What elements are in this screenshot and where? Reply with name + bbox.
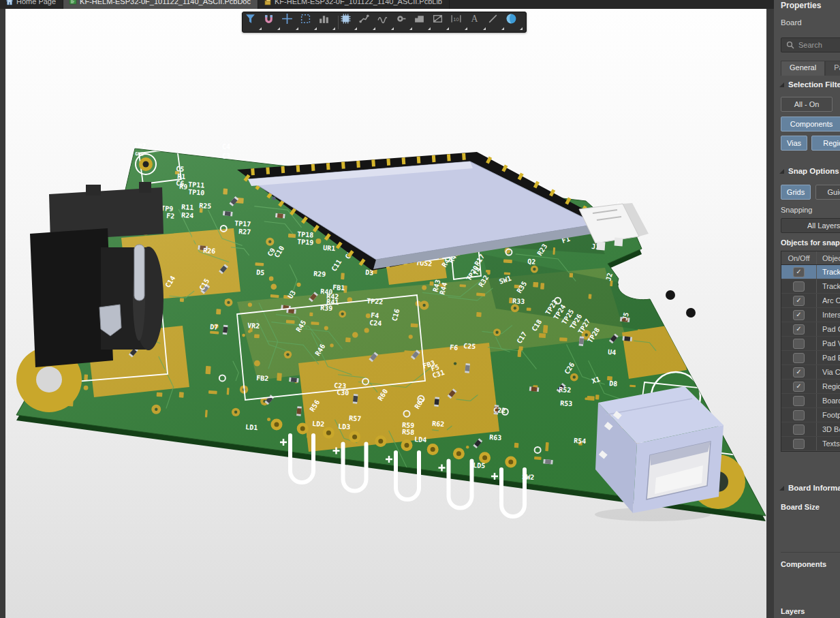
snap-object-label: Texts (817, 439, 840, 448)
snap-object-row[interactable]: ✓Track/ (781, 265, 840, 279)
snap-object-row[interactable]: Pad Ve (781, 337, 840, 351)
selection-box-tool-button[interactable] (300, 13, 318, 31)
onoff-checkbox[interactable]: ✓ (793, 310, 805, 320)
module-pin (356, 161, 360, 168)
silkscreen-label: F2 (166, 212, 175, 220)
snap-grids-button[interactable]: Grids (781, 185, 811, 200)
onoff-checkbox[interactable] (793, 396, 805, 406)
filter-regions-button[interactable]: Regions (811, 136, 840, 151)
snap-object-row[interactable]: Pad Ed (781, 351, 840, 365)
module-pin (266, 167, 270, 174)
room-tool-button[interactable] (432, 13, 450, 31)
panel-tab-strip: General Parameters (781, 61, 840, 76)
onoff-checkbox[interactable]: ✓ (793, 324, 805, 335)
crosshair-tool-button[interactable] (281, 13, 300, 31)
silkscreen-label: R27 (238, 228, 251, 236)
module-pin (462, 153, 466, 160)
snap-object-row[interactable]: ✓Via Ce (781, 365, 840, 380)
silkscreen-label: LD2 (312, 420, 325, 428)
onoff-checkbox[interactable]: ✓ (793, 367, 805, 377)
snap-object-row[interactable]: ✓Pad Ce (781, 322, 840, 337)
column-chart-tool-button[interactable] (318, 13, 337, 31)
module-pin (296, 165, 300, 172)
panel-title: Properties (781, 1, 840, 10)
silkscreen-label: VR2 (247, 322, 260, 330)
silkscreen-label: R53 (560, 399, 573, 407)
collapse-icon (779, 169, 784, 174)
onoff-checkbox[interactable]: ✓ (793, 267, 805, 277)
polygon-icon (414, 13, 425, 25)
dimension-tool-button[interactable]: 10 (450, 13, 469, 31)
altium-window: { "tabs": { "home": "Home Page", "doc": … (0, 0, 840, 618)
snap-object-row[interactable]: Board (781, 394, 840, 408)
pcb-document-icon (69, 0, 77, 5)
line-tool-button[interactable] (487, 13, 505, 31)
snap-object-row[interactable]: Footpr (781, 408, 840, 422)
axis-snap-range-label: Axis Snap Range (774, 465, 840, 474)
filter-components-button[interactable]: Components (781, 117, 840, 132)
route-tool-button[interactable] (358, 13, 377, 31)
section-selection-filter[interactable]: Selection Filter (779, 80, 840, 89)
silkscreen-label: TP22 (367, 297, 384, 306)
magnet-tool-button[interactable] (263, 13, 281, 31)
selection-box-icon (300, 13, 311, 25)
silkscreen-label: D5 (256, 268, 265, 277)
sphere-tool-button[interactable] (505, 13, 524, 31)
module-pin (386, 159, 390, 166)
tab-general[interactable]: General (781, 61, 825, 76)
snap-object-row[interactable]: ✓Region (781, 380, 840, 394)
svg-text:A: A (471, 14, 478, 24)
board-size-density-label: Density (774, 541, 840, 549)
search-icon (786, 41, 794, 49)
tab-pcbdoc[interactable]: KF-HELM-ESP32-0F_101122_1140_ASCII.PcbDo… (63, 0, 258, 9)
snapping-layer-scope-dropdown[interactable]: All Layers (781, 218, 840, 233)
filter-icon (245, 13, 256, 25)
tab-parameters[interactable]: Parameters (825, 61, 840, 76)
tab-pcblib[interactable]: KF-HELM-ESP32-0F_101122_1140_ASCII.PcbLi… (258, 0, 450, 9)
silkscreen-label: FB2 (256, 374, 269, 382)
wave-icon (377, 13, 388, 25)
module-pin (417, 156, 421, 163)
onoff-checkbox[interactable] (793, 424, 805, 435)
filter-all-on-button[interactable]: All - On (781, 97, 833, 112)
onoff-checkbox[interactable] (793, 353, 805, 363)
component-tool-button[interactable] (340, 13, 358, 31)
snap-object-label: Track/ (817, 282, 840, 290)
snap-object-label: Track/ (817, 268, 840, 276)
table-header: On/OffObject (781, 251, 840, 265)
onoff-checkbox[interactable] (793, 410, 805, 420)
via-tool-button[interactable] (395, 13, 414, 31)
silkscreen-label: R52 (559, 386, 572, 394)
svg-text:10: 10 (453, 16, 458, 22)
section-snap-options[interactable]: Snap Options (779, 167, 840, 175)
onoff-checkbox[interactable]: ✓ (793, 296, 805, 306)
filter-tool-button[interactable] (245, 13, 263, 31)
onoff-checkbox[interactable] (793, 281, 805, 292)
snap-object-row[interactable]: 3D Bod (781, 422, 840, 437)
search-input[interactable]: Search (781, 37, 840, 52)
pcb-3d-viewport[interactable]: TP7GNDC4C3C5R1C6R9R7TP10TP11R8TP9R11R25F… (5, 9, 766, 618)
barrel-jack-connector[interactable] (30, 182, 164, 367)
silkscreen-label: GND (135, 151, 144, 157)
section-board-information[interactable]: Board Information (779, 484, 840, 492)
module-pin (447, 154, 451, 161)
onoff-checkbox[interactable] (793, 339, 805, 349)
polygon-tool-button[interactable] (414, 13, 432, 31)
tab-home-page[interactable]: Home Page (0, 0, 63, 9)
column-chart-icon (318, 13, 330, 25)
silkscreen-label: R24 (181, 211, 194, 219)
silkscreen-label: C3 (222, 153, 230, 160)
wave-tool-button[interactable] (377, 13, 395, 31)
filter-vias-button[interactable]: Vias (781, 136, 807, 151)
snap-object-row[interactable]: ✓Arc Ce (781, 294, 840, 308)
silkscreen-label: C4 (222, 143, 230, 151)
text-tool-button[interactable]: A (469, 13, 487, 31)
snap-object-row[interactable]: Track/ (781, 279, 840, 294)
snap-object-label: Pad Ve (817, 339, 840, 347)
silkscreen-label: R11 (181, 203, 194, 211)
onoff-checkbox[interactable]: ✓ (793, 382, 805, 392)
silkscreen-label: R26 (203, 247, 216, 255)
collapse-icon (779, 486, 784, 491)
snap-object-row[interactable]: ✓Inters (781, 308, 840, 322)
snap-guides-button[interactable]: Guides (815, 185, 840, 200)
